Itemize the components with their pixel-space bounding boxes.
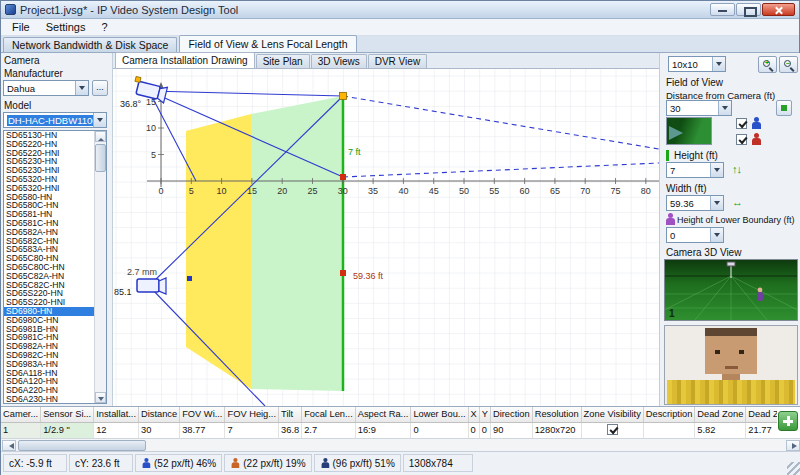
table-header-cell[interactable]: Y xyxy=(479,407,490,422)
zone-visibility-checkbox[interactable] xyxy=(607,424,618,435)
table-cell[interactable]: 36.8 xyxy=(279,422,302,438)
resize-grip[interactable] xyxy=(787,462,800,475)
model-list-item[interactable]: SD6581-HN xyxy=(4,210,95,219)
model-list-item[interactable]: SD65C80-HN xyxy=(4,254,95,263)
model-list-item[interactable]: SD6983A-HN xyxy=(4,360,95,369)
close-button[interactable] xyxy=(762,3,795,16)
table-cell[interactable]: 21.77 xyxy=(746,422,777,438)
width-select[interactable]: 59.36 xyxy=(666,195,724,211)
distance-select[interactable]: 30 xyxy=(666,100,732,116)
add-camera-button[interactable] xyxy=(778,411,798,431)
table-header-cell[interactable]: X xyxy=(468,407,479,422)
table-header-cell[interactable]: Focal Len... xyxy=(302,407,356,422)
scrollbar-thumb[interactable] xyxy=(95,144,106,172)
model-list-item[interactable]: SD65C80C-HN xyxy=(4,263,95,272)
table-cell[interactable]: 12 xyxy=(94,422,139,438)
model-list-item[interactable]: SD6A118-HN xyxy=(4,369,95,378)
table-header-cell[interactable]: Aspect Ra... xyxy=(355,407,411,422)
height-select[interactable]: 7 xyxy=(666,162,724,178)
table-header-cell[interactable]: Resolution xyxy=(532,407,581,422)
table-cell[interactable]: 16:9 xyxy=(355,422,411,438)
installation-drawing-canvas[interactable]: 0510152025303540455055606570758015105 xyxy=(113,69,659,406)
tab-field-of-view[interactable]: Field of View & Lens Focal Length xyxy=(179,35,356,52)
model-list-item[interactable]: SD65C82C-HN xyxy=(4,281,95,290)
table-cell[interactable]: 2.7 xyxy=(302,422,356,438)
table-cell[interactable] xyxy=(643,422,695,438)
scroll-left-arrow[interactable] xyxy=(2,440,16,451)
tab-site-plan[interactable]: Site Plan xyxy=(256,54,310,68)
tab-3d-views[interactable]: 3D Views xyxy=(311,54,367,68)
camera-3d-view[interactable]: 1 xyxy=(664,259,798,321)
model-list-item[interactable]: SD65220-HNI xyxy=(4,149,95,158)
table-cell[interactable]: 1280x720 xyxy=(532,422,581,438)
model-list-item[interactable]: SD6A220-HN xyxy=(4,386,95,395)
table-cell[interactable]: 1 xyxy=(1,422,41,438)
table-header-cell[interactable]: FOV Wi... xyxy=(180,407,225,422)
model-list-item[interactable]: SD6A230-HN xyxy=(4,395,95,404)
model-select[interactable]: DH-HAC-HDBW1100RI xyxy=(3,112,107,128)
model-list-item[interactable]: SD6582C-HN xyxy=(4,237,95,246)
model-list-item[interactable]: SD65220-HN xyxy=(4,140,95,149)
model-list-item[interactable]: SD6980C-HN xyxy=(4,316,95,325)
zoom-in-button[interactable]: + xyxy=(758,56,777,73)
menu-help[interactable]: ? xyxy=(93,20,115,34)
minimize-button[interactable] xyxy=(710,3,735,16)
fov-width-handle[interactable] xyxy=(340,270,346,276)
more-manufacturers-button[interactable]: ... xyxy=(92,80,108,96)
scroll-right-arrow[interactable] xyxy=(786,440,800,451)
table-header-cell[interactable]: Sensor Si... xyxy=(41,407,94,422)
model-list-item[interactable]: SD65130-HN xyxy=(4,131,95,140)
table-header-cell[interactable]: Camer... xyxy=(1,407,41,422)
model-list-item[interactable]: SD6581C-HN xyxy=(4,219,95,228)
table-header-cell[interactable]: Description xyxy=(643,407,695,422)
zoom-out-button[interactable]: – xyxy=(779,56,798,73)
lower-boundary-select[interactable]: 0 xyxy=(666,227,724,243)
camera-plan-view-icon[interactable] xyxy=(137,278,166,294)
grid-size-select[interactable]: 10x10 xyxy=(668,56,726,72)
table-header-cell[interactable]: Lower Bou... xyxy=(411,407,468,422)
model-list-item[interactable]: SD65320-HN xyxy=(4,175,95,184)
scrollbar-thumb[interactable] xyxy=(18,440,146,451)
table-cell[interactable]: 90 xyxy=(490,422,532,438)
manufacturer-select[interactable]: Dahua xyxy=(3,80,89,96)
menu-file[interactable]: File xyxy=(4,20,38,34)
table-header-cell[interactable]: Distance xyxy=(139,407,180,422)
table-header-cell[interactable]: Zone Visibility xyxy=(581,407,643,422)
table-horizontal-scrollbar[interactable] xyxy=(1,438,800,451)
fov-ground-handle[interactable] xyxy=(340,174,346,180)
table-header-cell[interactable]: Dead Zone xyxy=(695,407,746,422)
table-cell[interactable]: 38.77 xyxy=(180,422,225,438)
cameras-table[interactable]: Camer...Sensor Si...Installat...Distance… xyxy=(1,407,777,439)
table-cell[interactable]: 5.82 xyxy=(695,422,746,438)
model-list-scrollbar[interactable] xyxy=(94,131,106,403)
table-header-cell[interactable]: Tilt xyxy=(279,407,302,422)
fov-top-handle[interactable] xyxy=(340,93,347,100)
model-list-item[interactable]: SD6A120-HN xyxy=(4,377,95,386)
tab-camera-installation-drawing[interactable]: Camera Installation Drawing xyxy=(115,52,255,68)
scroll-up-arrow[interactable] xyxy=(95,131,106,142)
model-list-item[interactable]: SD65C82A-HN xyxy=(4,272,95,281)
model-list[interactable]: SD65130-HNSD65220-HNSD65220-HNISD65230-H… xyxy=(3,130,107,404)
model-list-item[interactable]: SD65S220-HNI xyxy=(4,298,95,307)
table-cell[interactable]: 0 xyxy=(479,422,490,438)
model-list-item[interactable]: SD6981B-HN xyxy=(4,325,95,334)
model-list-item[interactable]: SD65230-HNI xyxy=(4,166,95,175)
table-header-cell[interactable]: Installat... xyxy=(94,407,139,422)
model-list-item[interactable]: SD6980-HN xyxy=(4,307,95,316)
show-person-far-checkbox[interactable] xyxy=(736,134,747,145)
model-list-item[interactable]: SD6981C-HN xyxy=(4,333,95,342)
table-header-cell[interactable]: Dead Zone Width xyxy=(746,407,777,422)
table-row[interactable]: 11/2.9 "123038.77736.82.716:9000901280x7… xyxy=(1,422,777,438)
menu-settings[interactable]: Settings xyxy=(38,20,94,34)
table-cell[interactable] xyxy=(581,422,643,438)
tab-network-bandwidth[interactable]: Network Bandwidth & Disk Space xyxy=(3,37,177,52)
model-list-item[interactable]: SD6580-HN xyxy=(4,193,95,202)
model-list-item[interactable]: SD6982C-HN xyxy=(4,351,95,360)
maximize-button[interactable] xyxy=(736,3,761,16)
lock-fov-button[interactable] xyxy=(776,100,792,116)
table-header-cell[interactable]: Direction xyxy=(490,407,532,422)
table-cell[interactable]: 0 xyxy=(468,422,479,438)
model-list-item[interactable]: SD65320-HNI xyxy=(4,184,95,193)
tab-dvr-view[interactable]: DVR View xyxy=(368,54,427,68)
table-cell[interactable]: 30 xyxy=(139,422,180,438)
